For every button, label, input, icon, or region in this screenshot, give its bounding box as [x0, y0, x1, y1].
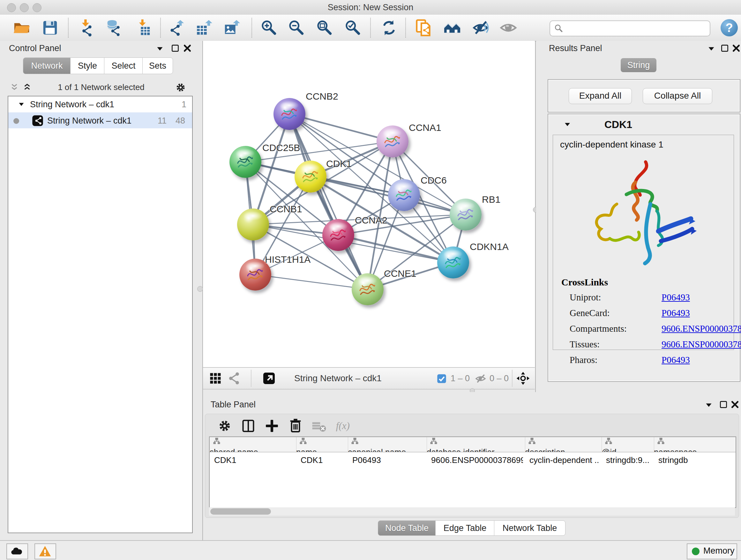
network-node-ccna2[interactable] — [322, 219, 354, 251]
show-grid-icon[interactable] — [209, 372, 222, 385]
network-canvas[interactable]: CCNB2 CCNA1 CDC25B CDK1 CDC6 RB1 — [203, 41, 535, 367]
results-panel-maximize-icon[interactable] — [720, 44, 730, 53]
zoom-selected-icon[interactable] — [344, 19, 361, 37]
selected-checkbox-icon[interactable] — [436, 374, 447, 384]
protein-structure-thumbnail — [393, 184, 415, 206]
network-node-cdkn1a[interactable] — [437, 246, 469, 278]
table-cell[interactable]: P06493 — [352, 454, 425, 466]
control-panel-close-icon[interactable] — [183, 44, 192, 53]
network-node-cdk1[interactable] — [294, 161, 327, 192]
warnings-button[interactable] — [35, 543, 56, 559]
search-box[interactable] — [549, 20, 711, 37]
left-splitter-handle[interactable] — [197, 286, 203, 292]
tab-style[interactable]: Style — [70, 57, 105, 74]
network-tree-root-row[interactable]: String Network – cdk1 1 — [8, 97, 192, 112]
network-node-cdc25b[interactable] — [229, 146, 261, 178]
results-panel-close-icon[interactable] — [731, 44, 741, 53]
add-icon[interactable] — [265, 419, 279, 433]
table-panel-close-icon[interactable] — [730, 400, 740, 409]
hide-selection-icon[interactable] — [472, 19, 489, 37]
table-horizontal-scrollbar[interactable] — [209, 507, 735, 516]
gear-icon[interactable] — [217, 419, 232, 433]
table-panel-maximize-icon[interactable] — [719, 400, 728, 409]
show-all-icon[interactable] — [500, 19, 517, 37]
column-header-shared-name[interactable]: shared name — [210, 437, 296, 452]
tab-network-table[interactable]: Network Table — [494, 520, 565, 536]
results-panel-float-icon[interactable] — [706, 44, 716, 54]
crosslink-link[interactable]: P06493 — [662, 355, 690, 365]
import-table-icon[interactable] — [134, 19, 151, 37]
tab-node-table[interactable]: Node Table — [378, 520, 436, 536]
network-options-gear-icon[interactable] — [175, 82, 186, 93]
column-header-name[interactable]: name — [296, 437, 348, 452]
refresh-icon[interactable] — [381, 19, 398, 37]
tab-string[interactable]: String — [621, 58, 657, 72]
network-node-ccnb1[interactable] — [237, 208, 269, 240]
protein-structure-thumbnail — [327, 224, 349, 246]
crosslink-label: Uniprot: — [569, 292, 601, 303]
column-header-database-identifier[interactable]: database identifier — [427, 437, 525, 452]
column-header-canonical-name[interactable]: canonical name — [348, 437, 427, 452]
collapse-all-button[interactable]: Collapse All — [643, 88, 712, 104]
results-actions-box: Expand All Collapse All — [548, 79, 740, 112]
search-input[interactable] — [567, 22, 705, 34]
export-table-icon[interactable] — [196, 19, 213, 37]
table-cell[interactable]: CDK1 — [214, 454, 294, 466]
zoom-in-icon[interactable] — [260, 19, 278, 37]
tab-edge-table[interactable]: Edge Table — [435, 520, 495, 536]
crosslink-link[interactable]: 9606.ENSP00000378699 — [662, 323, 741, 334]
clone-network-icon[interactable] — [415, 19, 432, 37]
export-image-icon[interactable] — [224, 19, 241, 37]
table-cell[interactable]: stringdb — [658, 454, 736, 466]
open-session-icon[interactable] — [13, 19, 30, 37]
table-cell[interactable]: cyclin-dependent ... — [529, 454, 600, 466]
tab-sets[interactable]: Sets — [142, 57, 173, 74]
network-node-ccne1[interactable] — [352, 273, 384, 305]
zoom-out-icon[interactable] — [288, 19, 305, 37]
network-node-rb1[interactable] — [450, 199, 482, 231]
table-cell[interactable]: stringdb:9... — [606, 454, 652, 466]
home-icon[interactable] — [444, 19, 461, 37]
network-node-ccnb2[interactable] — [273, 98, 306, 130]
delete-icon[interactable] — [288, 419, 303, 433]
tree-collapse-caret-icon[interactable] — [17, 100, 25, 109]
birdseye-share-icon[interactable] — [227, 372, 241, 385]
network-edge[interactable] — [255, 274, 367, 289]
birdseye-navigator-icon[interactable] — [516, 372, 530, 385]
node-label-ccna1: CCNA1 — [409, 122, 441, 133]
crosslink-link[interactable]: P06493 — [662, 292, 690, 303]
memory-button[interactable]: Memory — [687, 543, 737, 559]
protein-collapse-caret-icon[interactable] — [563, 120, 572, 129]
column-header--id[interactable]: @id — [602, 437, 654, 452]
table-panel-float-icon[interactable] — [704, 400, 714, 410]
crosslink-link[interactable]: 9606.ENSP00000378699 — [662, 339, 741, 350]
tab-select[interactable]: Select — [104, 57, 143, 74]
network-tree-row[interactable]: String Network – cdk1 11 48 — [8, 112, 192, 128]
vertical-splitter[interactable] — [535, 41, 536, 392]
import-network-database-icon[interactable] — [105, 19, 123, 37]
node-table[interactable]: shared namenamecanonical namedatabase id… — [209, 436, 736, 508]
control-panel-maximize-icon[interactable] — [171, 44, 180, 53]
column-header-namespace[interactable]: namespace — [654, 437, 736, 452]
column-header-description[interactable]: description — [525, 437, 602, 452]
scrollbar-thumb[interactable] — [210, 508, 271, 515]
columns-icon[interactable] — [241, 419, 256, 433]
hidden-eye-slash-icon[interactable] — [475, 373, 486, 384]
protein-structure-thumbnail — [454, 204, 476, 226]
help-button[interactable]: ? — [721, 19, 738, 37]
export-network-icon[interactable] — [168, 19, 185, 37]
network-node-ccna1[interactable] — [377, 125, 408, 158]
detach-view-icon[interactable] — [262, 372, 276, 385]
table-cell[interactable]: CDK1 — [300, 454, 346, 466]
tab-network[interactable]: Network — [23, 57, 71, 74]
zoom-fit-icon[interactable] — [316, 19, 333, 37]
crosslink-link[interactable]: P06493 — [662, 308, 690, 318]
network-node-cdc6[interactable] — [388, 179, 420, 211]
control-panel-float-icon[interactable] — [155, 44, 165, 54]
cloud-button[interactable] — [6, 543, 28, 559]
import-network-icon[interactable] — [77, 19, 95, 37]
table-cell[interactable]: 9606.ENSP00000378699 — [431, 454, 523, 466]
protein-structure-image — [579, 156, 706, 274]
expand-all-button[interactable]: Expand All — [569, 88, 632, 104]
save-session-icon[interactable] — [42, 19, 59, 37]
